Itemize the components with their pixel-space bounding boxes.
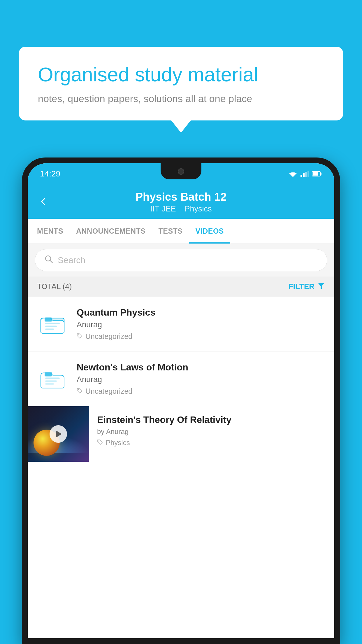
tab-videos[interactable]: VIDEOS — [189, 219, 230, 244]
svg-rect-4 — [303, 173, 305, 177]
svg-rect-6 — [307, 171, 309, 177]
folder-icon-quantum — [39, 311, 66, 336]
video-info-quantum: Quantum Physics Anurag Uncategorized — [77, 307, 326, 341]
tag-icon-einstein — [97, 439, 103, 447]
filter-label: FILTER — [289, 282, 314, 291]
tabs-bar: MENTS ANNOUNCEMENTS TESTS VIDEOS — [28, 219, 334, 244]
svg-line-11 — [50, 260, 52, 263]
tag-label-einstein: Physics — [106, 439, 130, 447]
video-author-quantum: Anurag — [77, 320, 326, 329]
batch-title: Physics Batch 12 — [56, 191, 306, 203]
tab-ments[interactable]: MENTS — [31, 219, 70, 244]
filter-button[interactable]: FILTER — [289, 282, 325, 291]
svg-rect-22 — [45, 380, 57, 382]
video-title-newton: Newton's Laws of Motion — [77, 362, 326, 373]
signal-icon — [301, 171, 309, 177]
app-header: Physics Batch 12 IIT JEE Physics — [28, 184, 334, 219]
video-list: Quantum Physics Anurag Uncategorized — [28, 297, 334, 462]
play-triangle-icon — [56, 430, 62, 438]
video-info-einstein: Einstein's Theory Of Relativity by Anura… — [89, 406, 334, 455]
tag-icon-svg — [77, 333, 82, 339]
video-tag-einstein: Physics — [97, 439, 327, 447]
video-info-newton: Newton's Laws of Motion Anurag Uncategor… — [77, 362, 326, 396]
search-bar[interactable]: Search — [35, 249, 327, 271]
tag-icon-svg-2 — [77, 388, 82, 394]
filter-bar: TOTAL (4) FILTER — [28, 276, 334, 297]
video-item-newton[interactable]: Newton's Laws of Motion Anurag Uncategor… — [28, 351, 334, 406]
speech-bubble-container: Organised study material notes, question… — [19, 47, 343, 120]
notch — [161, 163, 201, 179]
search-icon — [44, 255, 53, 266]
phone-inner: 14:29 — [28, 163, 334, 638]
phone-frame: 14:29 — [22, 158, 340, 644]
svg-rect-18 — [45, 328, 54, 330]
bubble-subtitle: notes, question papers, solutions all at… — [38, 93, 324, 104]
video-title-quantum: Quantum Physics — [77, 307, 326, 318]
folder-icon-newton — [39, 366, 66, 391]
tag-label-newton: Uncategorized — [85, 387, 132, 396]
video-author-newton: Anurag — [77, 375, 326, 384]
svg-rect-21 — [45, 377, 60, 379]
subtitle-part2: Physics — [185, 204, 212, 213]
filter-funnel-icon — [317, 282, 325, 289]
svg-rect-17 — [45, 326, 57, 327]
tag-label-quantum: Uncategorized — [85, 332, 132, 341]
back-button[interactable] — [39, 196, 48, 208]
svg-rect-9 — [313, 172, 318, 176]
video-tag-quantum: Uncategorized — [77, 332, 326, 341]
status-time: 14:29 — [40, 169, 60, 178]
total-count: TOTAL (4) — [37, 282, 72, 291]
status-bar: 14:29 — [28, 163, 334, 184]
tab-tests[interactable]: TESTS — [152, 219, 189, 244]
tag-icon-newton — [77, 387, 82, 396]
play-button-einstein[interactable] — [50, 425, 67, 443]
svg-rect-5 — [305, 172, 307, 177]
battery-icon — [312, 171, 322, 177]
svg-point-19 — [78, 335, 79, 335]
svg-point-24 — [78, 389, 79, 390]
header-title-block: Physics Batch 12 IIT JEE Physics — [56, 191, 306, 214]
bubble-title: Organised study material — [38, 63, 324, 87]
subtitle-part1: IIT JEE — [150, 204, 176, 213]
filter-icon — [317, 282, 325, 291]
video-item-einstein[interactable]: Einstein's Theory Of Relativity by Anura… — [28, 406, 334, 462]
video-thumbnail-einstein — [28, 406, 89, 462]
video-author-einstein: by Anurag — [97, 428, 327, 436]
svg-rect-23 — [45, 383, 54, 384]
speech-bubble: Organised study material notes, question… — [19, 47, 343, 120]
tag-icon-quantum — [77, 332, 82, 341]
svg-rect-8 — [320, 173, 321, 175]
search-container: Search — [28, 244, 334, 276]
search-placeholder: Search — [58, 255, 85, 265]
svg-rect-15 — [45, 317, 52, 321]
batch-subtitle: IIT JEE Physics — [56, 204, 306, 214]
video-title-einstein: Einstein's Theory Of Relativity — [97, 414, 327, 425]
svg-rect-3 — [301, 175, 302, 177]
svg-point-25 — [99, 441, 99, 442]
tab-announcements[interactable]: ANNOUNCEMENTS — [70, 219, 152, 244]
search-icon-svg — [44, 255, 53, 263]
tag-icon-svg-3 — [97, 439, 103, 445]
back-arrow-icon — [39, 197, 48, 206]
status-icons — [289, 171, 322, 177]
video-tag-newton: Uncategorized — [77, 387, 326, 396]
svg-rect-16 — [45, 323, 60, 324]
front-camera — [178, 168, 184, 175]
svg-marker-12 — [318, 283, 324, 289]
svg-rect-20 — [45, 372, 52, 376]
video-thumb-newton — [36, 362, 68, 394]
video-thumb-quantum — [36, 307, 68, 339]
wifi-icon — [289, 171, 297, 177]
video-item-quantum[interactable]: Quantum Physics Anurag Uncategorized — [28, 297, 334, 351]
